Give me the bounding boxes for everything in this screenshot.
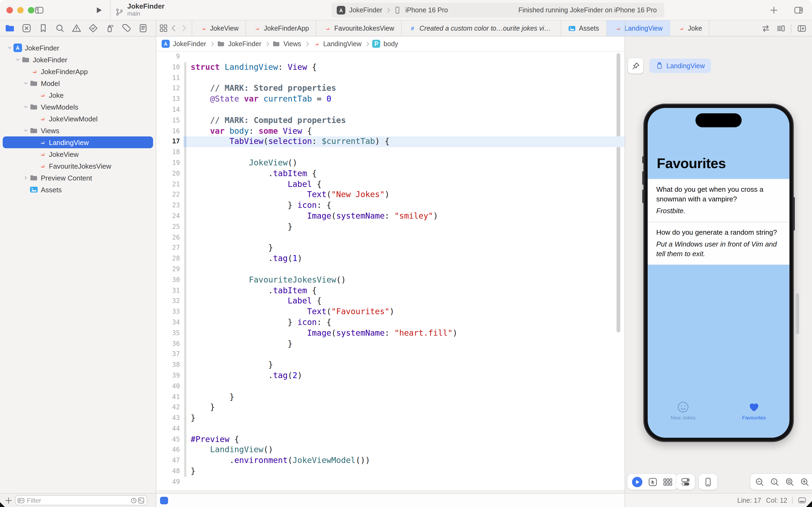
code-line-48[interactable]: 48} [156, 466, 625, 477]
code-line-13[interactable]: 13 @State var currentTab = 0 [156, 94, 625, 105]
code-line-31[interactable]: 31 .tabItem { [156, 285, 625, 296]
run-destination[interactable]: iPhone 16 Pro [405, 6, 448, 14]
navigator-breakpoints-icon[interactable] [121, 23, 131, 33]
navigator-project-icon[interactable] [5, 23, 15, 33]
breadcrumb-item[interactable]: body [372, 40, 398, 48]
code-line-25[interactable]: 25 } [156, 222, 625, 233]
breadcrumb-item[interactable]: LandingView [312, 40, 362, 48]
toggle-navigator-icon[interactable] [35, 5, 44, 15]
code-line-47[interactable]: 47 .environment(JokeViewModel()) [156, 456, 625, 466]
go-back-icon[interactable] [169, 23, 178, 33]
navigator-find-icon[interactable] [55, 23, 65, 33]
code-line-12[interactable]: 12 // MARK: Stored properties [156, 83, 625, 94]
navigator-tests-icon[interactable] [88, 23, 98, 33]
zoom-in-icon[interactable] [800, 477, 810, 487]
code-line-16[interactable]: 16 var body: some View { [156, 126, 625, 137]
editor-tab-landingview[interactable]: LandingView [606, 20, 670, 36]
code-line-24[interactable]: 24 Image(systemName: "smiley") [156, 211, 625, 222]
minimize-button[interactable] [17, 7, 23, 13]
code-line-46[interactable]: 46 LandingView() [156, 445, 625, 456]
code-line-23[interactable]: 23 } icon: { [156, 200, 625, 211]
editor-tab-assets[interactable]: Assets [561, 20, 606, 36]
navigator-debug-icon[interactable] [105, 23, 115, 33]
phone-tab-new-jokes[interactable]: New Jokes [659, 401, 707, 420]
recent-files-icon[interactable] [130, 497, 137, 504]
filter-icon[interactable] [17, 497, 25, 504]
variants-grid-icon[interactable] [663, 477, 673, 487]
navigator-issues-icon[interactable] [71, 23, 81, 33]
code-line-36[interactable]: 36 } [156, 339, 625, 349]
preview-name-pill[interactable]: LandingView [649, 59, 711, 73]
breadcrumb-item[interactable]: JokeFinder [217, 40, 262, 48]
code-line-11[interactable]: 11 [156, 73, 625, 83]
code-line-14[interactable]: 14 [156, 105, 625, 115]
iphone-preview[interactable]: Favourites What do you get when you cros… [643, 104, 794, 442]
sidebar-item-jokefinderapp[interactable]: JokeFinderApp [3, 65, 153, 77]
cursor-rect-icon[interactable] [648, 477, 658, 487]
display-icon[interactable] [798, 496, 807, 505]
zoom-button[interactable] [28, 7, 35, 13]
add-editor-icon[interactable] [797, 23, 807, 33]
code-line-39[interactable]: 39 .tag(2) [156, 371, 625, 381]
code-line-37[interactable]: 37 [156, 349, 625, 360]
code-line-35[interactable]: 35 Image(systemName: "heart.fill") [156, 328, 625, 339]
close-button[interactable] [6, 7, 13, 13]
source-control-status-icon[interactable] [137, 497, 145, 504]
code-line-27[interactable]: 27 } [156, 243, 625, 254]
code-line-20[interactable]: 20 .tabItem { [156, 169, 625, 179]
run-button[interactable] [95, 6, 103, 14]
code-line-29[interactable]: 29 [156, 264, 625, 275]
chevron-right-icon[interactable] [22, 175, 30, 180]
code-line-9[interactable]: 9 [156, 52, 625, 62]
editor-options-icon[interactable] [776, 23, 786, 33]
code-line-21[interactable]: 21 Label { [156, 179, 625, 190]
code-line-22[interactable]: 22 Text("New Jokes") [156, 190, 625, 201]
pin-preview-button[interactable] [628, 58, 643, 73]
code-line-18[interactable]: 18 [156, 147, 625, 158]
phone-screen[interactable]: Favourites What do you get when you cros… [648, 108, 790, 438]
play-circle-icon[interactable] [632, 476, 643, 488]
zoom-out-icon[interactable] [755, 477, 765, 487]
zoom-actual-icon[interactable]: 1 [769, 477, 780, 487]
navigator-reports-icon[interactable] [138, 23, 148, 33]
sidebar-item-joke[interactable]: Joke [3, 89, 153, 101]
code-editor[interactable]: 910struct LandingView: View {1112 // MAR… [156, 52, 625, 491]
sidebar-item-jokeview[interactable]: JokeView [3, 148, 153, 160]
editor-tab-created-a-custom-color-t[interactable]: #Created a custom color to…ourite jokes … [402, 20, 561, 36]
sidebar-item-views[interactable]: Views [3, 125, 153, 136]
sidebar-item-model[interactable]: Model [3, 77, 153, 89]
activity-status-bar[interactable]: JokeFinder iPhone 16 Pro Finished runnin… [331, 3, 664, 18]
navigator-source-control-icon[interactable] [21, 23, 32, 33]
code-line-34[interactable]: 34 } icon: { [156, 318, 625, 328]
code-line-44[interactable]: 44 [156, 424, 625, 435]
device-settings-icon[interactable] [681, 477, 691, 487]
add-file-icon[interactable] [4, 496, 13, 505]
chevron-down-icon[interactable] [22, 128, 30, 133]
code-line-28[interactable]: 28 .tag(1) [156, 253, 625, 264]
sidebar-item-jokeviewmodel[interactable]: JokeViewModel [3, 113, 153, 125]
zoom-fit-icon[interactable] [785, 477, 795, 487]
phone-tab-favourites[interactable]: Favourites [730, 401, 778, 420]
sidebar-item-landingview[interactable]: LandingView [3, 136, 153, 148]
chevron-down-icon[interactable] [14, 57, 21, 62]
canvas-scrollbar[interactable] [796, 293, 799, 334]
editor-tab-favouritejokesview[interactable]: FavouriteJokesView [316, 20, 402, 36]
related-items-icon[interactable] [159, 23, 168, 33]
sidebar-item-preview-content[interactable]: Preview Content [3, 172, 153, 184]
navigator-bookmarks-icon[interactable] [38, 23, 48, 33]
code-line-15[interactable]: 15 // MARK: Computed properties [156, 115, 625, 126]
toggle-inspector-icon[interactable] [794, 5, 803, 15]
breadcrumb-item[interactable]: Views [272, 40, 301, 48]
window-resize-corner[interactable] [806, 501, 812, 507]
chevron-down-icon[interactable] [6, 45, 13, 51]
filter-field[interactable] [15, 495, 147, 505]
chevron-down-icon[interactable] [22, 104, 30, 110]
editor-tab-joke[interactable]: Joke [670, 20, 710, 36]
add-tab-icon[interactable] [769, 5, 779, 15]
editor-tab-jokeview[interactable]: JokeView [192, 20, 246, 36]
canvas-divider[interactable] [625, 20, 625, 507]
code-line-10[interactable]: 10struct LandingView: View { [156, 62, 625, 73]
code-line-26[interactable]: 26 [156, 232, 625, 243]
editor-tab-jokefinderapp[interactable]: JokeFinderApp [246, 20, 316, 36]
scheme-name[interactable]: JokeFinder [349, 6, 383, 14]
